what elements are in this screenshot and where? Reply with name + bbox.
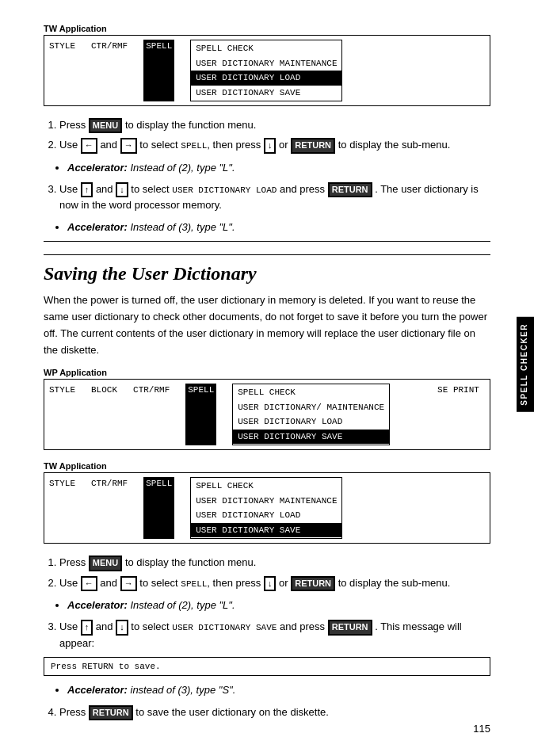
wp-app-label: WP Application	[44, 368, 490, 377]
tw2-menu-bar: STYLE CTR/RMF SPELL SPELL CHECK USER DIC…	[49, 475, 342, 540]
wp-style: STYLE	[49, 384, 75, 445]
tw2-ctr: CTR/RMF	[91, 477, 128, 539]
wp-item-1: SPELL CHECK	[233, 385, 389, 400]
step1-2: Use ← and → to select SPELL, then press …	[59, 137, 490, 153]
terminal-box: Press RETURN to save.	[44, 657, 490, 676]
wp-item-3: USER DICTIONARY LOAD	[233, 414, 389, 430]
tw-menu-screenshot-1: STYLE CTR/RMF SPELL SPELL CHECK USER DIC…	[44, 35, 490, 106]
accel-list-1b: Accelerator: Instead of (3), type "L".	[67, 220, 490, 235]
tw1-spell: SPELL	[143, 40, 174, 101]
wp-block: BLOCK	[91, 384, 117, 445]
tw1-item-2: USER DICTIONARY MAINTENANCE	[191, 56, 341, 71]
down-key-2: ↓	[264, 576, 277, 591]
accel-list-1: Accelerator: Instead of (2), type "L".	[67, 160, 490, 176]
tw1-item-1: SPELL CHECK	[191, 41, 341, 56]
down-key-1b: ↓	[116, 182, 128, 197]
wp-menu-bar: STYLE BLOCK CTR/RMF SPELL SPELL CHECK US…	[49, 382, 479, 447]
right-key-1: →	[120, 138, 137, 153]
accel-1-3: Accelerator: Instead of (3), type "L".	[67, 220, 490, 235]
wp-item-2: USER DICTIONARY/ MAINTENANCE	[233, 400, 389, 415]
return-key-2b: RETURN	[328, 620, 372, 635]
return-key-1: RETURN	[291, 138, 335, 153]
steps-list-2: Press MENU to display the function menu.…	[59, 555, 490, 591]
accel-list-2: Accelerator: Instead of (2), type "L".	[67, 598, 490, 613]
tw2-item-4: USER DICTIONARY SAVE	[191, 523, 341, 538]
main-content: TW Application STYLE CTR/RMF SPELL SPELL…	[0, 0, 534, 750]
up-key-2: ↑	[81, 620, 93, 635]
left-key-2: ←	[81, 576, 97, 591]
tw1-style: STYLE	[49, 40, 75, 101]
tw-menu-bar-1: STYLE CTR/RMF SPELL SPELL CHECK USER DIC…	[49, 38, 342, 103]
step2-2: Use ← and → to select SPELL, then press …	[59, 575, 490, 591]
tw-menu-screenshot-2: STYLE CTR/RMF SPELL SPELL CHECK USER DIC…	[44, 472, 490, 544]
step2-4: Press RETURN to save the user dictionary…	[59, 704, 490, 720]
steps-list-2b: Use ↑ and ↓ to select USER DICTIONARY SA…	[59, 619, 490, 651]
step2-3: Use ↑ and ↓ to select USER DICTIONARY SA…	[59, 619, 490, 651]
tw1-item-4: USER DICTIONARY SAVE	[191, 86, 341, 101]
right-key-2: →	[120, 576, 137, 591]
side-tab: SPELL CHECKER	[517, 317, 534, 412]
tw1-dropdown: SPELL CHECK USER DICTIONARY MAINTENANCE …	[190, 40, 342, 101]
steps-list-1: Press MENU to display the function menu.…	[59, 117, 490, 154]
accel-list-2b: Accelerator: instead of (3), type "S".	[67, 682, 490, 698]
return-key-1b: RETURN	[328, 182, 372, 197]
tw2-item-3: USER DICTIONARY LOAD	[191, 508, 341, 523]
tw2-item-1: SPELL CHECK	[191, 479, 341, 494]
accel-1-2: Accelerator: Instead of (2), type "L".	[67, 160, 490, 176]
tw2-dropdown: SPELL CHECK USER DICTIONARY MAINTENANCE …	[190, 477, 342, 539]
tw1-item-3: USER DICTIONARY LOAD	[191, 71, 341, 86]
steps-list-1b: Use ↑ and ↓ to select USER DICTIONARY LO…	[59, 181, 490, 213]
menu-key-2: MENU	[89, 556, 122, 571]
divider-1	[44, 241, 490, 242]
step1-1: Press MENU to display the function menu.	[59, 117, 490, 133]
step1-3: Use ↑ and ↓ to select USER DICTIONARY LO…	[59, 181, 490, 213]
wp-ctr: CTR/RMF	[133, 384, 170, 445]
up-key-1: ↑	[81, 182, 93, 197]
page-number: 115	[473, 723, 490, 735]
tw2-style: STYLE	[49, 477, 75, 539]
section-heading: Saving the User Dictionary	[44, 254, 490, 284]
wp-spell: SPELL	[185, 384, 216, 445]
accel-2-3: Accelerator: instead of (3), type "S".	[67, 682, 490, 698]
wp-item-4: USER DICTIONARY SAVE	[233, 430, 389, 445]
down-key-1: ↓	[264, 138, 277, 153]
accel-2-2: Accelerator: Instead of (2), type "L".	[67, 598, 490, 613]
tw2-spell: SPELL	[143, 477, 174, 539]
wp-menu-screenshot: STYLE BLOCK CTR/RMF SPELL SPELL CHECK US…	[44, 379, 490, 450]
wp-menu-row: STYLE BLOCK CTR/RMF SPELL SPELL CHECK US…	[49, 382, 485, 447]
wp-se-print: SE PRINT	[437, 384, 479, 445]
intro-para: When the power is turned off, the user d…	[44, 292, 490, 358]
menu-key-1: MENU	[89, 118, 122, 133]
tw1-ctr: CTR/RMF	[91, 40, 128, 101]
tw-app-label-1: TW Application	[44, 24, 490, 33]
wp-dropdown: SPELL CHECK USER DICTIONARY/ MAINTENANCE…	[232, 384, 390, 445]
steps-list-2c: Press RETURN to save the user dictionary…	[59, 704, 490, 720]
left-key-1: ←	[81, 138, 97, 153]
return-key-2: RETURN	[291, 576, 335, 591]
down-key-2b: ↓	[116, 620, 128, 635]
step2-1: Press MENU to display the function menu.	[59, 555, 490, 571]
tw2-item-2: USER DICTIONARY MAINTENANCE	[191, 494, 341, 509]
return-key-2c: RETURN	[89, 705, 133, 720]
tw-app-label-2: TW Application	[44, 461, 490, 471]
